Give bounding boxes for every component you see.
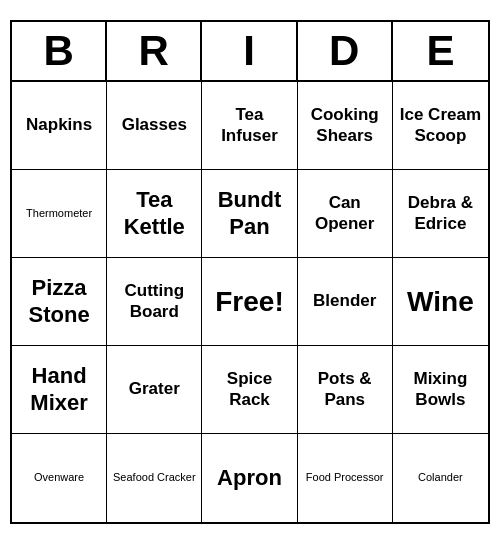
bingo-cell: Food Processor: [298, 434, 393, 522]
bingo-cell: Ovenware: [12, 434, 107, 522]
cell-label: Cooking Shears: [302, 105, 388, 146]
bingo-cell: Debra & Edrice: [393, 170, 488, 258]
bingo-cell: Hand Mixer: [12, 346, 107, 434]
bingo-cell: Bundt Pan: [202, 170, 297, 258]
header-letter: R: [107, 22, 202, 80]
cell-label: Grater: [129, 379, 180, 399]
cell-label: Tea Kettle: [111, 187, 197, 240]
bingo-header: BRIDE: [12, 22, 488, 82]
bingo-cell: Tea Kettle: [107, 170, 202, 258]
header-letter: D: [298, 22, 393, 80]
bingo-cell: Pots & Pans: [298, 346, 393, 434]
cell-label: Pots & Pans: [302, 369, 388, 410]
header-letter: B: [12, 22, 107, 80]
bingo-cell: Thermometer: [12, 170, 107, 258]
cell-label: Napkins: [26, 115, 92, 135]
cell-label: Spice Rack: [206, 369, 292, 410]
cell-label: Food Processor: [306, 471, 384, 484]
cell-label: Wine: [407, 285, 474, 319]
bingo-cell: Grater: [107, 346, 202, 434]
cell-label: Free!: [215, 285, 283, 319]
bingo-cell: Tea Infuser: [202, 82, 297, 170]
cell-label: Hand Mixer: [16, 363, 102, 416]
bingo-cell: Can Opener: [298, 170, 393, 258]
cell-label: Colander: [418, 471, 463, 484]
cell-label: Ice Cream Scoop: [397, 105, 484, 146]
bingo-cell: Napkins: [12, 82, 107, 170]
header-letter: I: [202, 22, 297, 80]
bingo-cell: Apron: [202, 434, 297, 522]
bingo-cell: Wine: [393, 258, 488, 346]
bingo-cell: Free!: [202, 258, 297, 346]
bingo-cell: Blender: [298, 258, 393, 346]
bingo-cell: Seafood Cracker: [107, 434, 202, 522]
cell-label: Cutting Board: [111, 281, 197, 322]
bingo-cell: Colander: [393, 434, 488, 522]
cell-label: Glasses: [122, 115, 187, 135]
bingo-cell: Cutting Board: [107, 258, 202, 346]
cell-label: Can Opener: [302, 193, 388, 234]
bingo-cell: Spice Rack: [202, 346, 297, 434]
bingo-cell: Mixing Bowls: [393, 346, 488, 434]
bingo-cell: Ice Cream Scoop: [393, 82, 488, 170]
header-letter: E: [393, 22, 488, 80]
cell-label: Pizza Stone: [16, 275, 102, 328]
bingo-cell: Glasses: [107, 82, 202, 170]
bingo-card: BRIDE NapkinsGlassesTea InfuserCooking S…: [10, 20, 490, 524]
cell-label: Apron: [217, 465, 282, 491]
bingo-grid: NapkinsGlassesTea InfuserCooking ShearsI…: [12, 82, 488, 522]
bingo-cell: Pizza Stone: [12, 258, 107, 346]
cell-label: Seafood Cracker: [113, 471, 196, 484]
cell-label: Ovenware: [34, 471, 84, 484]
cell-label: Bundt Pan: [206, 187, 292, 240]
bingo-cell: Cooking Shears: [298, 82, 393, 170]
cell-label: Blender: [313, 291, 376, 311]
cell-label: Tea Infuser: [206, 105, 292, 146]
cell-label: Mixing Bowls: [397, 369, 484, 410]
cell-label: Debra & Edrice: [397, 193, 484, 234]
cell-label: Thermometer: [26, 207, 92, 220]
